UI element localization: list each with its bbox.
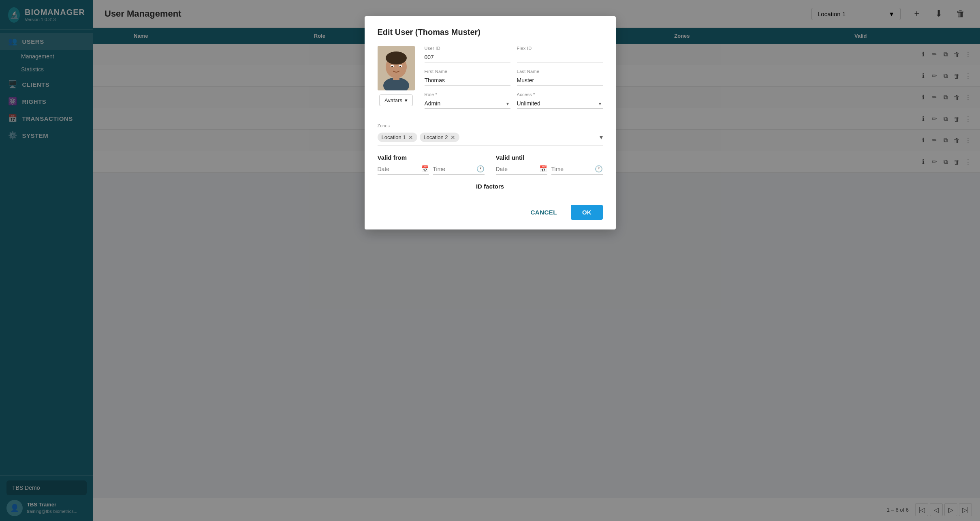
zone-remove-location2[interactable]: ✕ (451, 135, 455, 140)
zones-section: Zones Location 1 ✕ Location 2 ✕ ▾ (378, 123, 603, 146)
dialog-footer: CANCEL OK (378, 198, 603, 220)
svg-point-4 (386, 51, 407, 64)
last-name-group: Last Name (517, 69, 603, 86)
edit-user-dialog: Edit User (Thomas Muster) (365, 16, 616, 229)
zones-label: Zones (378, 123, 603, 128)
valid-from-time-wrap: 🕐 (433, 165, 485, 175)
calendar-icon-2: 📅 (539, 165, 547, 173)
clock-icon-2: 🕐 (595, 165, 603, 173)
zones-input[interactable]: Location 1 ✕ Location 2 ✕ ▾ (378, 131, 603, 146)
clock-icon: 🕐 (476, 165, 485, 173)
name-row: First Name Last Name (425, 69, 603, 86)
zone-tag-label: Location 2 (424, 134, 448, 140)
dialog-title: Edit User (Thomas Muster) (378, 28, 603, 37)
role-group: Role * Admin User Guest ▾ (425, 92, 510, 109)
valid-until-group: Valid until 📅 🕐 (496, 154, 603, 175)
avatars-label: Avatars (384, 97, 402, 103)
role-select[interactable]: Admin User Guest (425, 99, 510, 109)
user-photo (378, 46, 415, 90)
zone-tag-label: Location 1 (382, 134, 406, 140)
svg-point-8 (399, 66, 401, 67)
role-access-row: Role * Admin User Guest ▾ Access * (425, 92, 603, 109)
valid-from-inputs: 📅 🕐 (378, 165, 485, 175)
avatars-dropdown-icon: ▾ (405, 97, 408, 103)
cancel-button[interactable]: CANCEL (523, 205, 565, 220)
valid-from-date-wrap: 📅 (378, 165, 429, 175)
last-name-input[interactable] (517, 75, 603, 86)
ok-button[interactable]: OK (571, 205, 603, 220)
access-label: Access * (517, 92, 603, 97)
valid-until-time-wrap: 🕐 (551, 165, 603, 175)
first-name-group: First Name (425, 69, 510, 86)
access-group: Access * Unlimited Limited No Access ▾ (517, 92, 603, 109)
valid-from-title: Valid from (378, 154, 485, 161)
flex-id-input[interactable] (517, 52, 603, 62)
last-name-label: Last Name (517, 69, 603, 74)
validity-row: Valid from 📅 🕐 Valid until (378, 154, 603, 175)
first-name-label: First Name (425, 69, 510, 74)
valid-from-date[interactable] (378, 166, 418, 172)
valid-until-inputs: 📅 🕐 (496, 165, 603, 175)
id-factors-title: ID factors (378, 183, 603, 190)
user-id-group: User ID (425, 46, 510, 62)
user-id-label: User ID (425, 46, 510, 51)
form-section: User ID Flex ID First Name Last Name (425, 46, 603, 115)
svg-point-7 (391, 66, 393, 67)
validity-section: Valid from 📅 🕐 Valid until (378, 154, 603, 175)
valid-from-time[interactable] (433, 166, 474, 172)
zone-tag-location2: Location 2 ✕ (420, 133, 459, 142)
flex-id-group: Flex ID (517, 46, 603, 62)
dialog-content: Avatars ▾ User ID Flex ID (378, 46, 603, 115)
zone-remove-location1[interactable]: ✕ (408, 135, 413, 140)
access-select[interactable]: Unlimited Limited No Access (517, 99, 603, 109)
calendar-icon: 📅 (421, 165, 429, 173)
valid-until-title: Valid until (496, 154, 603, 161)
user-id-input[interactable] (425, 52, 510, 62)
zone-tag-location1: Location 1 ✕ (378, 133, 417, 142)
user-photo-inner (378, 46, 415, 90)
avatars-button[interactable]: Avatars ▾ (379, 94, 413, 106)
valid-until-time[interactable] (551, 166, 592, 172)
role-label: Role * (425, 92, 510, 97)
access-select-wrapper: Unlimited Limited No Access ▾ (517, 99, 603, 109)
zones-dropdown-icon[interactable]: ▾ (600, 133, 603, 141)
valid-until-date-wrap: 📅 (496, 165, 547, 175)
first-name-input[interactable] (425, 75, 510, 86)
valid-from-group: Valid from 📅 🕐 (378, 154, 485, 175)
avatar-section: Avatars ▾ (378, 46, 415, 115)
valid-until-date[interactable] (496, 166, 537, 172)
flex-id-label: Flex ID (517, 46, 603, 51)
modal-overlay: Edit User (Thomas Muster) (0, 0, 980, 521)
role-select-wrapper: Admin User Guest ▾ (425, 99, 510, 109)
user-id-flex-row: User ID Flex ID (425, 46, 603, 62)
